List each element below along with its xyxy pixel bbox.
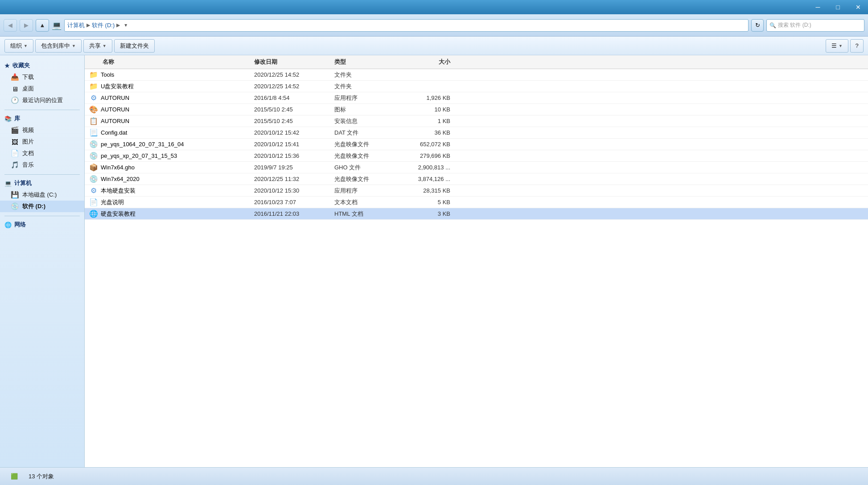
library-header[interactable]: 📚 库 <box>0 113 84 124</box>
sidebar: ★ 收藏夹 📥 下载 🖥 桌面 🕐 最近访问的位置 📚 库 <box>0 55 85 467</box>
search-bar[interactable]: 🔍 搜索 软件 (D:) <box>766 19 864 32</box>
titlebar-buttons: ─ □ ✕ <box>808 0 868 14</box>
computer-header[interactable]: 💻 计算机 <box>0 177 84 189</box>
breadcrumb-computer[interactable]: 计算机 <box>67 21 85 29</box>
file-name: pe_yqs_xp_20_07_31_15_53 <box>101 152 177 159</box>
table-row[interactable]: ⚙ AUTORUN 2016/1/8 4:54 应用程序 1,926 KB <box>85 92 868 104</box>
include-button[interactable]: 包含到库中 ▼ <box>35 39 82 53</box>
file-icon: ⚙ <box>89 186 98 195</box>
table-row[interactable]: 📄 光盘说明 2016/10/23 7:07 文本文档 5 KB <box>85 197 868 208</box>
breadcrumb-dropdown[interactable]: ▼ <box>123 23 128 28</box>
file-type: 应用程序 <box>334 94 406 102</box>
file-type: GHO 文件 <box>334 164 406 172</box>
file-icon: 💿 <box>89 140 98 149</box>
statusbar: 🟩 13 个对象 <box>0 467 868 485</box>
computer-icon: 💻 <box>4 180 12 187</box>
favorites-header[interactable]: ★ 收藏夹 <box>0 60 84 71</box>
forward-button[interactable]: ▶ <box>20 19 33 32</box>
table-row[interactable]: 💿 pe_yqs_1064_20_07_31_16_04 2020/10/12 … <box>85 139 868 150</box>
minimize-button[interactable]: ─ <box>808 0 828 14</box>
addressbar: ◀ ▶ ▲ 💻 计算机 ▶ 软件 (D:) ▶ ▼ ↻ 🔍 搜索 软件 (D:) <box>0 14 868 37</box>
file-name: U盘安装教程 <box>101 82 134 90</box>
help-icon: ? <box>855 42 858 49</box>
sidebar-item-recent[interactable]: 🕐 最近访问的位置 <box>0 95 84 106</box>
sidebar-item-label: 音乐 <box>22 161 34 169</box>
status-text: 13 个对象 <box>29 473 54 481</box>
table-row[interactable]: 🌐 硬盘安装教程 2016/11/21 22:03 HTML 文档 3 KB <box>85 208 868 220</box>
sidebar-item-video[interactable]: 🎬 视频 <box>0 124 84 136</box>
video-icon: 🎬 <box>11 126 19 134</box>
view-arrow: ▼ <box>839 44 843 48</box>
file-date: 2020/12/25 14:52 <box>254 83 334 90</box>
table-row[interactable]: 💿 Win7x64_2020 2020/12/25 11:32 光盘映像文件 3… <box>85 173 868 185</box>
file-name: AUTORUN <box>101 118 129 124</box>
sidebar-item-doc[interactable]: 📄 文档 <box>0 148 84 159</box>
col-header-name[interactable]: 名称 <box>85 58 254 66</box>
sidebar-item-music[interactable]: 🎵 音乐 <box>0 159 84 171</box>
file-name: pe_yqs_1064_20_07_31_16_04 <box>101 141 184 148</box>
col-header-type[interactable]: 类型 <box>334 58 406 66</box>
table-row[interactable]: 📋 AUTORUN 2015/5/10 2:45 安装信息 1 KB <box>85 115 868 127</box>
table-row[interactable]: 📁 U盘安装教程 2020/12/25 14:52 文件夹 <box>85 81 868 92</box>
file-icon: 📃 <box>89 128 98 137</box>
music-icon: 🎵 <box>11 161 19 169</box>
table-row[interactable]: 📃 Config.dat 2020/10/12 15:42 DAT 文件 36 … <box>85 127 868 139</box>
file-date: 2015/5/10 2:45 <box>254 118 334 124</box>
breadcrumb-drive[interactable]: 软件 (D:) <box>92 21 115 29</box>
sidebar-item-label: 下载 <box>22 73 34 81</box>
network-icon: 🌐 <box>4 222 12 228</box>
refresh-button[interactable]: ↻ <box>751 19 764 32</box>
up-button[interactable]: ▲ <box>36 19 49 32</box>
table-row[interactable]: 💿 pe_yqs_xp_20_07_31_15_53 2020/10/12 15… <box>85 150 868 162</box>
view-button[interactable]: ☰ ▼ <box>826 39 848 53</box>
library-section: 📚 库 🎬 视频 🖼 图片 📄 文档 🎵 音乐 <box>0 113 84 171</box>
file-name: 光盘说明 <box>101 198 124 206</box>
file-date: 2016/1/8 4:54 <box>254 95 334 101</box>
desktop-icon: 🖥 <box>11 85 19 93</box>
toolbar: 组织 ▼ 包含到库中 ▼ 共享 ▼ 新建文件夹 ☰ ▼ ? <box>0 37 868 55</box>
refresh-icon: ↻ <box>755 22 760 29</box>
computer-label: 计算机 <box>14 179 32 187</box>
file-icon: 📄 <box>89 198 98 207</box>
sidebar-item-desktop[interactable]: 🖥 桌面 <box>0 83 84 95</box>
favorites-icon: ★ <box>4 62 10 69</box>
col-header-size[interactable]: 大小 <box>406 58 459 66</box>
organize-button[interactable]: 组织 ▼ <box>4 39 33 53</box>
file-name: Win7x64_2020 <box>101 176 140 182</box>
file-icon: 📦 <box>89 163 98 172</box>
table-row[interactable]: 🎨 AUTORUN 2015/5/10 2:45 图标 10 KB <box>85 104 868 115</box>
table-row[interactable]: 📦 Win7x64.gho 2019/9/7 19:25 GHO 文件 2,90… <box>85 162 868 173</box>
search-icon: 🔍 <box>769 22 776 29</box>
maximize-button[interactable]: □ <box>828 0 848 14</box>
file-size: 28,315 KB <box>406 187 459 194</box>
computer-section: 💻 计算机 💾 本地磁盘 (C:) 💿 软件 (D:) <box>0 177 84 212</box>
divider-2 <box>4 174 80 175</box>
file-name: Config.dat <box>101 129 127 136</box>
sidebar-item-software-d[interactable]: 💿 软件 (D:) <box>0 201 84 212</box>
file-icon: ⚙ <box>89 94 98 103</box>
sidebar-item-download[interactable]: 📥 下载 <box>0 71 84 83</box>
local-c-icon: 💾 <box>11 191 19 199</box>
sidebar-item-local-c[interactable]: 💾 本地磁盘 (C:) <box>0 189 84 201</box>
back-button[interactable]: ◀ <box>4 19 17 32</box>
table-row[interactable]: ⚙ 本地硬盘安装 2020/10/12 15:30 应用程序 28,315 KB <box>85 185 868 197</box>
file-type: 安装信息 <box>334 117 406 125</box>
file-date: 2016/11/21 22:03 <box>254 210 334 217</box>
close-button[interactable]: ✕ <box>848 0 868 14</box>
share-button[interactable]: 共享 ▼ <box>83 39 112 53</box>
search-placeholder: 搜索 软件 (D:) <box>778 21 811 29</box>
file-size: 2,900,813 ... <box>406 164 459 171</box>
table-row[interactable]: 📁 Tools 2020/12/25 14:52 文件夹 <box>85 69 868 81</box>
file-date: 2020/12/25 11:32 <box>254 176 334 182</box>
sidebar-item-image[interactable]: 🖼 图片 <box>0 136 84 148</box>
network-header[interactable]: 🌐 网络 <box>0 219 84 230</box>
new-folder-button[interactable]: 新建文件夹 <box>114 39 155 53</box>
file-icon: 📁 <box>89 82 98 91</box>
file-name: 硬盘安装教程 <box>101 210 136 218</box>
doc-icon: 📄 <box>11 149 19 157</box>
file-date: 2020/10/12 15:41 <box>254 141 334 148</box>
help-button[interactable]: ? <box>850 39 864 53</box>
file-size: 5 KB <box>406 199 459 206</box>
col-header-date[interactable]: 修改日期 <box>254 58 334 66</box>
file-size: 36 KB <box>406 129 459 136</box>
